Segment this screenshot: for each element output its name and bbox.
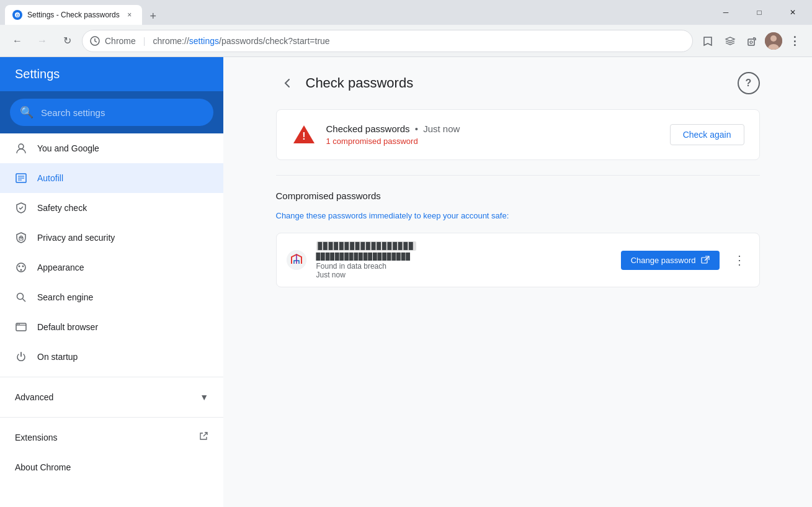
sidebar-item-you-google[interactable]: You and Google xyxy=(0,133,223,163)
extensions-label: Extensions xyxy=(15,433,57,442)
window-close-button[interactable]: ✕ xyxy=(779,2,807,22)
more-options-button[interactable]: ⋮ xyxy=(729,250,749,270)
page-header: Check passwords ? xyxy=(276,72,760,94)
user-avatar[interactable] xyxy=(765,32,782,50)
change-password-label: Change password xyxy=(631,256,696,265)
forward-button[interactable]: → xyxy=(32,31,52,51)
layers-button[interactable] xyxy=(720,31,740,51)
window-controls: ─ □ ✕ xyxy=(712,2,807,22)
sidebar-about-chrome-item[interactable]: About Chrome xyxy=(0,452,223,482)
sidebar-extensions-item[interactable]: Extensions xyxy=(0,423,223,452)
sidebar: Settings 🔍 You and Google Autofill xyxy=(0,57,223,507)
reload-button[interactable]: ↻ xyxy=(57,31,77,51)
page-title: Check passwords xyxy=(306,75,414,91)
compromised-warning: Change these passwords immediately to ke… xyxy=(276,211,760,220)
chevron-down-icon: ▼ xyxy=(200,392,208,402)
sidebar-header: Settings xyxy=(0,57,223,91)
svg-point-16 xyxy=(19,266,20,267)
active-tab[interactable]: ⚙ Settings - Check passwords × xyxy=(5,5,142,25)
content-area: Check passwords ? ! xyxy=(251,57,785,302)
compromised-count: 1 compromised password xyxy=(326,137,660,146)
sidebar-item-safety-check[interactable]: Safety check xyxy=(0,193,223,223)
external-link-icon xyxy=(199,431,208,444)
title-bar: ⚙ Settings - Check passwords × + ─ □ ✕ xyxy=(0,0,812,25)
svg-point-19 xyxy=(17,294,24,300)
address-bar[interactable]: Chrome | chrome://settings/passwords/che… xyxy=(82,30,693,52)
sidebar-item-privacy-security[interactable]: Privacy and security xyxy=(0,223,223,253)
sidebar-label-default-browser: Default browser xyxy=(37,322,98,332)
sidebar-item-appearance[interactable]: Appearance xyxy=(0,253,223,282)
back-to-passwords-button[interactable] xyxy=(276,72,298,94)
svg-point-18 xyxy=(20,269,22,271)
svg-point-23 xyxy=(17,324,19,325)
sidebar-label-privacy-security: Privacy and security xyxy=(37,233,115,243)
sidebar-divider-1 xyxy=(0,377,223,377)
change-password-button[interactable]: Change password xyxy=(621,251,720,270)
back-button[interactable]: ← xyxy=(7,31,27,51)
time-label: Just now xyxy=(423,123,460,134)
power-icon xyxy=(15,351,27,363)
checked-label: Checked passwords xyxy=(326,123,410,134)
help-button[interactable]: ? xyxy=(738,72,760,94)
about-chrome-label: About Chrome xyxy=(15,462,71,472)
sidebar-item-on-startup[interactable]: On startup xyxy=(0,342,223,372)
main-content: Check passwords ? ! xyxy=(223,57,812,507)
sidebar-label-search-engine: Search engine xyxy=(37,292,93,302)
sidebar-label-appearance: Appearance xyxy=(37,262,84,272)
minimize-button[interactable]: ─ xyxy=(712,2,740,22)
svg-point-17 xyxy=(22,266,24,267)
tab-close-button[interactable]: × xyxy=(125,10,135,20)
search-engine-icon xyxy=(15,291,27,303)
sidebar-label-on-startup: On startup xyxy=(37,352,78,362)
password-list-item: ██████████████████ ████████████████████ … xyxy=(276,233,760,287)
section-divider xyxy=(276,175,760,176)
site-name: ██████████████████ xyxy=(316,241,611,250)
sidebar-item-autofill[interactable]: Autofill xyxy=(0,163,223,193)
breach-label: Found in data breach xyxy=(316,262,611,271)
maximize-button[interactable]: □ xyxy=(745,2,774,22)
autofill-icon xyxy=(15,172,27,184)
search-input[interactable] xyxy=(41,107,203,118)
check-again-button[interactable]: Check again xyxy=(670,124,744,145)
bookmark-button[interactable] xyxy=(698,31,718,51)
svg-point-4 xyxy=(750,41,752,43)
status-title: Checked passwords • Just now xyxy=(326,123,660,134)
sidebar-divider-2 xyxy=(0,417,223,418)
sidebar-item-search-engine[interactable]: Search engine xyxy=(0,282,223,312)
chrome-menu-button[interactable]: ⋮ xyxy=(785,31,805,51)
compromised-section-title: Compromised passwords xyxy=(276,191,760,201)
alert-triangle-icon: ! xyxy=(292,122,316,147)
svg-line-25 xyxy=(203,433,207,436)
password-field: ████████████████████ xyxy=(316,251,611,261)
password-details: ██████████████████ ████████████████████ … xyxy=(316,241,611,279)
tab-favicon: ⚙ xyxy=(12,10,22,20)
svg-text:⚙: ⚙ xyxy=(16,13,19,17)
svg-point-8 xyxy=(19,144,24,149)
sidebar-label-safety-check: Safety check xyxy=(37,203,87,213)
search-bar[interactable]: 🔍 xyxy=(10,99,213,126)
svg-point-6 xyxy=(770,35,777,42)
palette-icon xyxy=(15,261,27,274)
search-icon: 🔍 xyxy=(20,105,33,119)
address-url: chrome://settings/passwords/check?start=… xyxy=(153,36,329,46)
status-info: Checked passwords • Just now 1 compromis… xyxy=(326,123,660,146)
search-bar-container: 🔍 xyxy=(0,91,223,133)
address-separator: | xyxy=(143,36,146,46)
sidebar-advanced-section[interactable]: Advanced ▼ xyxy=(0,382,223,412)
site-favicon xyxy=(287,250,306,270)
settings-container: Settings 🔍 You and Google Autofill xyxy=(0,57,812,507)
new-tab-button[interactable]: + xyxy=(145,7,162,25)
sidebar-item-default-browser[interactable]: Default browser xyxy=(0,312,223,342)
site-security-icon xyxy=(90,36,100,46)
password-time: Just now xyxy=(316,271,611,279)
browser-icon xyxy=(15,321,27,333)
external-link-small-icon xyxy=(701,256,710,264)
page-title-row: Check passwords xyxy=(276,72,414,94)
svg-rect-28 xyxy=(702,258,707,263)
svg-point-24 xyxy=(19,324,20,325)
shield-lock-icon xyxy=(15,231,27,244)
svg-rect-3 xyxy=(748,39,754,45)
extensions-button[interactable] xyxy=(743,31,762,51)
svg-text:!: ! xyxy=(302,131,305,141)
chrome-label: Chrome xyxy=(105,36,136,46)
